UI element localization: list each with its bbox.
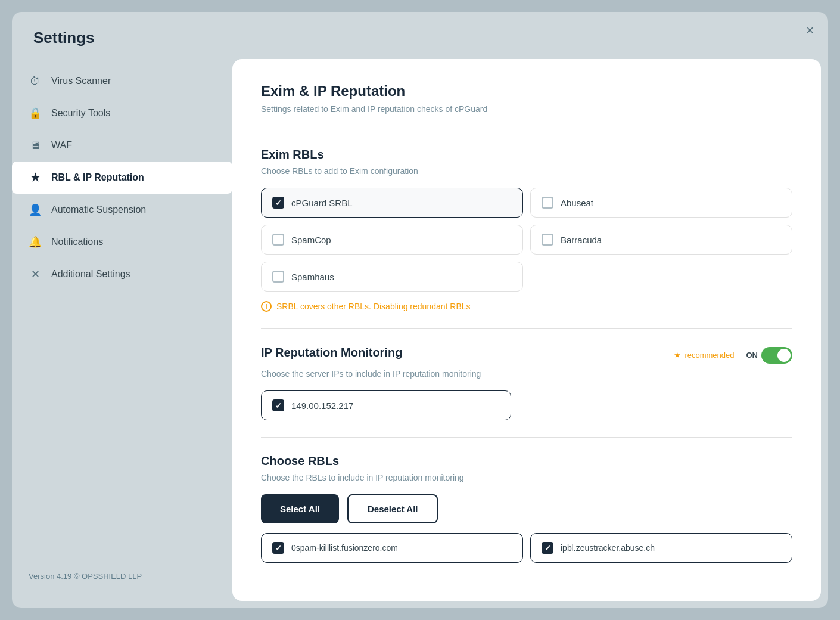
choose-rbls-section: Choose RBLs Choose the RBLs to include i… — [261, 454, 792, 563]
deselect-all-button[interactable]: Deselect All — [347, 494, 438, 523]
ip-monitoring-badges: ★ recommended ON — [674, 347, 792, 364]
recommended-label: recommended — [685, 351, 734, 359]
sidebar-label-automatic-suspension: Automatic Suspension — [51, 204, 146, 215]
exim-rbl-abuseat[interactable]: Abuseat — [530, 188, 792, 218]
page-title: Settings — [12, 12, 828, 59]
checkbox-cpguard-srbl — [272, 197, 284, 209]
choose-rbls-desc: Choose the RBLs to include in IP reputat… — [261, 473, 792, 482]
checkbox-label-abuseat: Abuseat — [561, 198, 593, 208]
divider-2 — [261, 328, 792, 329]
rbl-label-rbl-1: 0spam-killlist.fusionzero.com — [291, 543, 398, 553]
ip-checkbox-grid: 149.00.152.217 — [261, 390, 792, 420]
rbl-checkbox-rbl-1 — [272, 542, 284, 554]
checkbox-label-spamcop: SpamCop — [291, 235, 331, 245]
info-icon: i — [261, 301, 272, 312]
checkbox-barracuda — [542, 234, 553, 246]
settings-window: × Settings ⏱ Virus Scanner 🔒 Security To… — [12, 12, 828, 608]
checkbox-label-cpguard-srbl: cPGuard SRBL — [291, 198, 353, 208]
checkbox-spamhaus — [272, 271, 284, 283]
rbl-label-rbl-2: ipbl.zeustracker.abuse.ch — [561, 543, 655, 553]
exim-rbl-barracuda[interactable]: Barracuda — [530, 225, 792, 255]
sidebar: ⏱ Virus Scanner 🔒 Security Tools 🖥 WAF ★… — [12, 59, 232, 608]
sidebar-icon-waf: 🖥 — [29, 139, 42, 152]
panel-title: Exim & IP Reputation — [261, 83, 792, 100]
toggle-container: ON — [746, 347, 793, 364]
divider-1 — [261, 131, 792, 131]
checkbox-label-spamhaus: Spamhaus — [291, 272, 334, 282]
sidebar-icon-security-tools: 🔒 — [29, 107, 42, 120]
ip-monitoring-header: IP Reputation Monitoring ★ recommended O… — [261, 346, 792, 364]
sidebar-item-rbl-ip-reputation[interactable]: ★ RBL & IP Reputation — [12, 162, 232, 194]
ip-monitoring-desc: Choose the server IPs to include in IP r… — [261, 369, 792, 379]
ip-monitoring-title: IP Reputation Monitoring — [261, 346, 402, 359]
exim-rbl-spamhaus[interactable]: Spamhaus — [261, 262, 523, 292]
sidebar-icon-virus-scanner: ⏱ — [29, 75, 42, 88]
info-message: i SRBL covers other RBLs. Disabling redu… — [261, 301, 792, 312]
rbl-checkbox-rbl-2 — [542, 542, 553, 554]
rbl-items-grid: 0spam-killlist.fusionzero.com ipbl.zeust… — [261, 533, 792, 563]
main-panel: Exim & IP Reputation Settings related to… — [232, 59, 821, 601]
sidebar-item-security-tools[interactable]: 🔒 Security Tools — [12, 97, 232, 129]
star-icon: ★ — [674, 351, 681, 359]
sidebar-item-additional-settings[interactable]: ✕ Additional Settings — [12, 258, 232, 290]
rbl-item-rbl-1[interactable]: 0spam-killlist.fusionzero.com — [261, 533, 523, 563]
sidebar-item-automatic-suspension[interactable]: 👤 Automatic Suspension — [12, 194, 232, 226]
sidebar-item-notifications[interactable]: 🔔 Notifications — [12, 226, 232, 258]
sidebar-item-waf[interactable]: 🖥 WAF — [12, 129, 232, 162]
sidebar-label-rbl-ip-reputation: RBL & IP Reputation — [51, 172, 144, 183]
ip-checkbox-ip-1 — [272, 399, 284, 411]
panel-subtitle: Settings related to Exim and IP reputati… — [261, 104, 792, 114]
checkbox-spamcop — [272, 234, 284, 246]
ip-monitoring-toggle[interactable] — [761, 347, 792, 364]
select-all-button[interactable]: Select All — [261, 494, 339, 523]
sidebar-nav: ⏱ Virus Scanner 🔒 Security Tools 🖥 WAF ★… — [12, 65, 232, 290]
sidebar-icon-additional-settings: ✕ — [29, 268, 42, 281]
choose-rbls-title: Choose RBLs — [261, 454, 792, 468]
sidebar-label-virus-scanner: Virus Scanner — [51, 76, 111, 86]
checkbox-label-barracuda: Barracuda — [561, 235, 602, 245]
ip-label-ip-1: 149.00.152.217 — [291, 401, 353, 411]
exim-rbls-title: Exim RBLs — [261, 148, 792, 162]
exim-rbls-desc: Choose RBLs to add to Exim configuration — [261, 166, 792, 176]
sidebar-item-virus-scanner[interactable]: ⏱ Virus Scanner — [12, 65, 232, 97]
recommended-badge: ★ recommended — [674, 351, 734, 359]
sidebar-label-notifications: Notifications — [51, 237, 103, 247]
exim-rbls-grid: cPGuard SRBL Abuseat SpamCop Barracuda S… — [261, 188, 792, 292]
divider-3 — [261, 437, 792, 438]
close-button[interactable]: × — [806, 23, 814, 38]
sidebar-icon-notifications: 🔔 — [29, 235, 42, 249]
sidebar-label-security-tools: Security Tools — [51, 108, 110, 119]
exim-rbl-spamcop[interactable]: SpamCop — [261, 225, 523, 255]
exim-rbl-cpguard-srbl[interactable]: cPGuard SRBL — [261, 188, 523, 218]
checkbox-abuseat — [542, 197, 553, 209]
sidebar-version: Version 4.19 © OPSSHIELD LLP — [12, 562, 232, 590]
info-text: SRBL covers other RBLs. Disabling redund… — [276, 302, 471, 311]
choose-rbls-button-row: Select All Deselect All — [261, 494, 792, 523]
toggle-label: ON — [746, 351, 758, 359]
ip-item-ip-1[interactable]: 149.00.152.217 — [261, 390, 511, 420]
sidebar-icon-rbl-ip-reputation: ★ — [29, 171, 42, 184]
sidebar-icon-automatic-suspension: 👤 — [29, 203, 42, 216]
layout: ⏱ Virus Scanner 🔒 Security Tools 🖥 WAF ★… — [12, 59, 828, 608]
sidebar-label-additional-settings: Additional Settings — [51, 269, 130, 280]
sidebar-label-waf: WAF — [51, 140, 72, 151]
rbl-item-rbl-2[interactable]: ipbl.zeustracker.abuse.ch — [530, 533, 792, 563]
